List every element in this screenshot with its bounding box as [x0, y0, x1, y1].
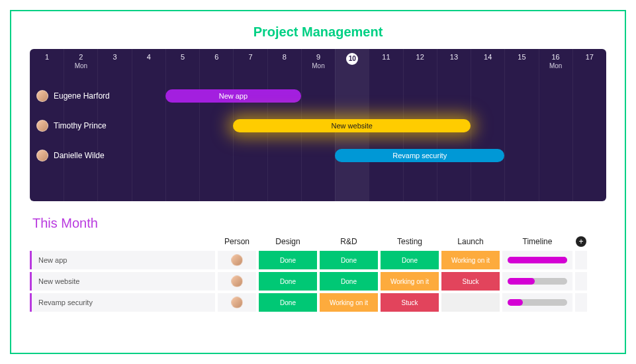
timeline-fill — [508, 299, 523, 306]
gantt-day-sub: Mon — [64, 62, 97, 71]
gantt-bar[interactable]: New app — [165, 89, 301, 103]
gantt-person-name: Timothy Prince — [54, 121, 107, 130]
row-end — [575, 272, 587, 291]
gantt-row: Danielle WildeRevamp security — [30, 140, 606, 170]
timeline-fill — [508, 278, 535, 285]
avatar — [36, 150, 48, 161]
status-rnd[interactable]: Working on it — [320, 293, 378, 312]
gantt-bar[interactable]: Revamp security — [335, 149, 504, 162]
status-testing[interactable]: Stuck — [381, 293, 439, 312]
avatar — [36, 120, 48, 132]
task-person[interactable] — [218, 293, 256, 312]
today-badge: 10 — [346, 53, 358, 65]
gantt-person-name: Eugene Harford — [54, 91, 110, 101]
gantt-bar-label: New app — [219, 92, 248, 100]
row-end — [575, 251, 587, 269]
col-rnd: R&D — [320, 237, 378, 246]
task-person[interactable] — [218, 251, 256, 269]
task-name[interactable]: New app — [30, 251, 215, 269]
gantt-person[interactable]: Timothy Prince — [36, 120, 107, 132]
table-row[interactable]: Revamp securityDoneWorking on itStuck — [30, 293, 606, 312]
gantt-day-sub: Mon — [302, 62, 335, 71]
gantt-person-name: Danielle Wilde — [54, 151, 105, 160]
col-testing: Testing — [381, 237, 439, 246]
gantt-day-sub: Mon — [539, 62, 572, 71]
add-column-icon[interactable]: + — [576, 236, 586, 247]
timeline-fill — [508, 257, 567, 263]
col-timeline: Timeline — [502, 237, 572, 246]
status-launch[interactable] — [441, 293, 500, 312]
task-name[interactable]: Revamp security — [30, 293, 215, 312]
col-person: Person — [218, 237, 256, 246]
gantt-row: Timothy PrinceNew website — [30, 111, 606, 140]
status-design[interactable]: Done — [259, 293, 317, 312]
col-design: Design — [259, 237, 317, 246]
table-row[interactable]: New websiteDoneDoneWorking on itStuck — [30, 272, 606, 291]
gantt-panel: 12Mon3456789Mon10111213141516Mon17 Eugen… — [30, 49, 606, 201]
avatar — [231, 296, 243, 308]
task-timeline[interactable] — [502, 272, 572, 291]
status-design[interactable]: Done — [259, 272, 317, 291]
status-launch[interactable]: Working on it — [441, 251, 500, 269]
status-rnd[interactable]: Done — [320, 251, 378, 269]
task-person[interactable] — [218, 272, 256, 291]
task-timeline[interactable] — [502, 293, 572, 312]
status-testing[interactable]: Working on it — [381, 272, 439, 291]
gantt-person[interactable]: Danielle Wilde — [36, 150, 105, 161]
section-title-this-month: This Month — [32, 216, 606, 231]
gantt-person[interactable]: Eugene Harford — [36, 90, 110, 102]
col-launch: Launch — [441, 237, 500, 246]
row-end — [575, 293, 587, 312]
table-row[interactable]: New appDoneDoneDoneWorking on it — [30, 251, 606, 269]
gantt-bar[interactable]: New website — [233, 119, 471, 132]
gantt-bar-label: New website — [332, 122, 373, 130]
avatar — [36, 90, 48, 102]
status-table: Person Design R&D Testing Launch Timelin… — [30, 236, 606, 312]
status-launch[interactable]: Stuck — [441, 272, 500, 291]
task-name[interactable]: New website — [30, 272, 215, 291]
gantt-bar-label: Revamp security — [392, 152, 447, 159]
status-design[interactable]: Done — [259, 251, 317, 269]
page-title: Project Management — [30, 24, 606, 40]
task-timeline[interactable] — [502, 251, 572, 269]
status-testing[interactable]: Done — [381, 251, 439, 269]
avatar — [231, 275, 243, 287]
gantt-row: Eugene HarfordNew app — [30, 81, 606, 111]
avatar — [231, 254, 243, 266]
status-rnd[interactable]: Done — [320, 272, 378, 291]
